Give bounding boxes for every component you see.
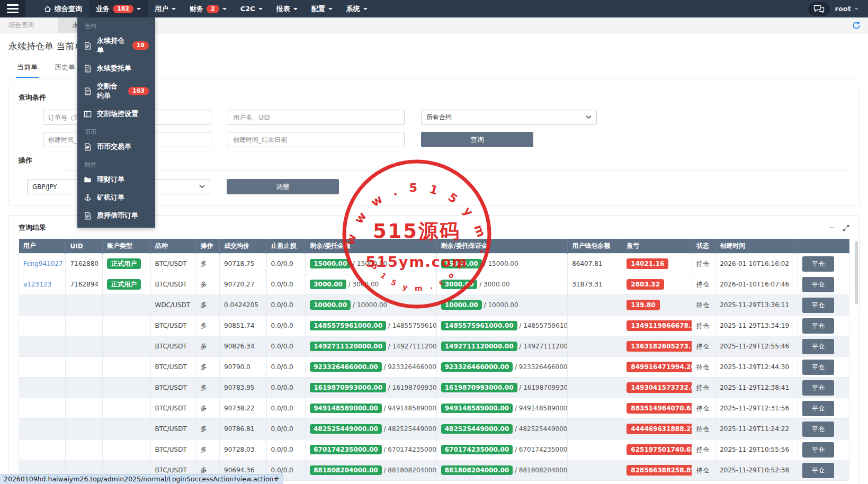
cell-created-time: 2025-11-29T12:38:41 (715, 378, 798, 398)
cell-action: 平仓 (798, 357, 849, 378)
cell-status: 持仓 (692, 398, 715, 419)
chevron-down-icon (328, 8, 333, 12)
expand-icon[interactable] (843, 225, 849, 231)
menu-item-2-1[interactable]: 矿机订单 (77, 189, 155, 207)
cell-margin: 949148589000.00 / 949148589000.00 (436, 398, 567, 419)
breadcrumb-item-overview[interactable]: 综合查询 (0, 17, 42, 33)
chevron-down-icon (363, 8, 368, 12)
user-menu[interactable]: root (835, 5, 859, 13)
cell-wallet: 86407.81 (568, 254, 622, 274)
user-link[interactable]: Feng941027 (23, 260, 63, 267)
cell-pnl: 1493041573732.07 (622, 378, 692, 398)
positions-table: 用户UID账户类型品种操作成交均价止盈止损剩余/委托金额剩余/委托保证金用户钱包… (19, 239, 849, 481)
cell-side: 多 (196, 316, 219, 336)
margin-badge: 482525449000.00 (441, 424, 513, 434)
chevron-down-icon (854, 8, 858, 12)
cell-pair: BTC/USDT (150, 440, 196, 460)
cell-uid (66, 398, 103, 419)
cell-user (19, 295, 66, 316)
amount-badge: 923326466000.00 (310, 362, 381, 372)
cell-created-time: 2025-11-29T11:24:22 (715, 419, 798, 440)
nav-item-6[interactable]: 配置 (305, 0, 339, 17)
cell-user (19, 316, 66, 336)
table-row: BTC/USDT多90786.810.0/0.0482525449000.00 … (19, 419, 849, 440)
nav-item-0[interactable]: 综合查询 (37, 0, 89, 17)
user-link[interactable]: a123123 (23, 281, 51, 288)
scrollbar[interactable] (855, 241, 858, 304)
menu-item-2-0[interactable]: 理财订单 (77, 171, 155, 189)
search-button[interactable]: 查询 (421, 132, 533, 147)
table-row: BTC/USDT多90738.220.0/0.0949148589000.00 … (19, 398, 849, 419)
adjust-button[interactable]: 调整 (227, 179, 339, 194)
amount-badge: 1492711120000.00 (310, 342, 386, 351)
cell-amount: 1619870993000.00 / 1619870993000.00 (306, 378, 436, 398)
pnl-badge: 849916471994.20 (627, 362, 692, 372)
pnl-badge: 2803.32 (627, 279, 664, 290)
document-icon (84, 65, 92, 73)
cell-pair: BTC/USDT (150, 398, 196, 419)
close-position-button[interactable]: 平仓 (802, 256, 834, 272)
document-icon (84, 87, 92, 95)
created-end-date-input[interactable] (228, 132, 405, 147)
username-uid-input[interactable] (228, 110, 405, 125)
nav-item-label: 用户 (155, 4, 168, 14)
menu-badge: 163 (128, 87, 149, 95)
nav-item-2[interactable]: 用户 (148, 0, 183, 17)
menu-item-2-2[interactable]: 质押借币订单 (77, 207, 155, 225)
cell-price: 90826.34 (220, 336, 266, 357)
cell-wallet (568, 378, 622, 398)
nav-item-1[interactable]: 业务182 (89, 0, 148, 17)
table-row: BTC/USDT多90728.030.0/0.0670174235000.00 … (19, 440, 849, 460)
hamburger-menu-icon[interactable] (0, 0, 25, 17)
close-position-button[interactable]: 平仓 (802, 318, 834, 334)
table-row: WDC/USDT多0.04242050.0/0.010000.00 / 1000… (19, 295, 849, 316)
close-position-button[interactable]: 平仓 (802, 463, 834, 478)
menu-badge: 19 (132, 41, 149, 50)
cell-side: 多 (196, 274, 219, 295)
tab-history-orders[interactable]: 历史单 (53, 59, 76, 78)
menu-item-0-0[interactable]: 永续持仓单19 (77, 32, 155, 59)
close-position-button[interactable]: 平仓 (802, 360, 834, 375)
close-position-button[interactable]: 平仓 (802, 401, 834, 416)
close-position-button[interactable]: 平仓 (802, 298, 834, 313)
close-position-button[interactable]: 平仓 (802, 380, 834, 396)
close-position-button[interactable]: 平仓 (802, 339, 834, 354)
top-navbar: 综合查询业务182用户财务2C2C报表配置系统 root (0, 0, 868, 17)
menu-item-0-3[interactable]: 交割场控设置 (77, 105, 155, 123)
refresh-icon[interactable] (852, 21, 861, 32)
nav-item-4[interactable]: C2C (234, 0, 270, 17)
collapse-icon[interactable]: ─ (830, 225, 834, 230)
table-row: BTC/USDT多90790.00.0/0.0923326466000.00 /… (19, 357, 849, 378)
cell-margin: 1485575961000.00 / 1485575961000.00 (436, 316, 567, 336)
amount-badge: 670174235000.00 (310, 445, 381, 454)
close-position-button[interactable]: 平仓 (802, 442, 834, 458)
pnl-badge: 444469631888.27 (627, 424, 692, 434)
chat-icon[interactable] (808, 2, 830, 16)
cell-created-time: 2026-01-10T16:16:02 (715, 254, 798, 274)
close-position-button[interactable]: 平仓 (802, 277, 834, 292)
cell-account-type (102, 357, 150, 378)
cell-account-type (102, 295, 150, 316)
nav-item-7[interactable]: 系统 (339, 0, 374, 17)
close-position-button[interactable]: 平仓 (802, 422, 834, 437)
table-row: Feng9410277162880正式用户BTC/USDT多90718.750.… (19, 254, 849, 274)
nav-item-3[interactable]: 财务2 (183, 0, 234, 17)
tab-current-orders[interactable]: 当前单 (16, 59, 39, 78)
cell-side: 多 (196, 440, 219, 460)
cell-amount: 1492711120000.00 / 1492711120000.00 (306, 336, 436, 357)
column-header: 剩余/委托保证金 (436, 239, 567, 254)
menu-item-0-2[interactable]: 交割合约单163 (77, 77, 155, 105)
nav-item-5[interactable]: 报表 (270, 0, 305, 17)
cell-action: 平仓 (798, 295, 849, 316)
margin-badge: 1485575961000.00 (441, 321, 517, 330)
cell-side: 多 (196, 378, 219, 398)
cell-side: 多 (196, 357, 219, 378)
menu-item-0-1[interactable]: 永续委托单 (77, 59, 155, 77)
menu-item-1-0[interactable]: 币币交易单 (77, 138, 155, 156)
cell-pair: BTC/USDT (150, 274, 196, 295)
contract-select[interactable]: 所有合约 (421, 110, 597, 125)
column-header: 创建时间 (715, 239, 798, 254)
table-row: BTC/USDT多90851.740.0/0.01485575961000.00… (19, 316, 849, 336)
cell-pnl: 444469631888.27 (622, 419, 692, 440)
cell-user (19, 378, 66, 398)
